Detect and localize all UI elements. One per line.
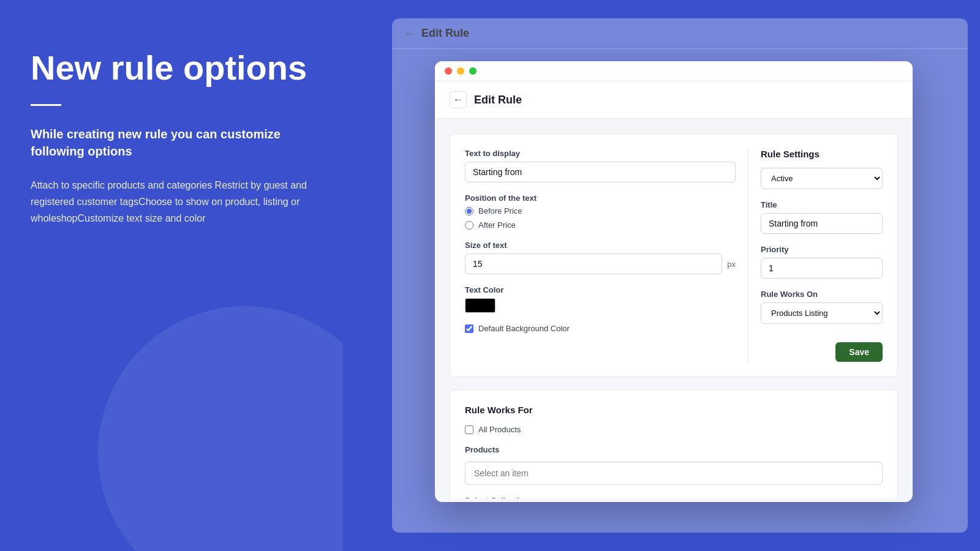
works-on-group: Rule Works On Products Listing All Pages… (761, 290, 883, 324)
body-text: Attach to specific products and categori… (31, 177, 312, 227)
works-on-label: Rule Works On (761, 290, 883, 299)
before-price-option[interactable]: Before Price (465, 206, 736, 216)
products-label: Products (465, 445, 883, 454)
bg-window-header: ← Edit Rule (392, 18, 968, 49)
bottom-section: Rule Works For All Products Products Sel… (450, 389, 898, 498)
after-price-option[interactable]: After Price (465, 220, 736, 230)
top-section: Text to display Position of the text Bef… (450, 133, 898, 377)
text-to-display-input[interactable] (465, 162, 736, 182)
position-label: Position of the text (465, 193, 736, 203)
rule-settings-title: Rule Settings (761, 149, 883, 159)
size-label: Size of text (465, 241, 736, 250)
collections-group: Select Collections Home page (465, 496, 883, 498)
title-group: Title (761, 200, 883, 234)
priority-input[interactable] (761, 258, 883, 279)
priority-label: Priority (761, 245, 883, 254)
position-radio-group: Before Price After Price (465, 206, 736, 230)
default-bg-label: Default Background Color (478, 324, 570, 333)
default-bg-checkbox[interactable] (465, 324, 473, 333)
titlebar (435, 61, 913, 81)
title-input[interactable] (761, 213, 883, 234)
color-group: Text Color (465, 285, 736, 313)
after-price-label: After Price (478, 220, 516, 230)
maximize-traffic-light[interactable] (469, 67, 477, 75)
status-select[interactable]: Active Inactive (761, 168, 883, 189)
default-bg-checkbox-item[interactable]: Default Background Color (465, 324, 736, 333)
hero-title: New rule options (31, 49, 312, 87)
priority-group: Priority (761, 245, 883, 279)
all-products-checkbox[interactable] (465, 425, 473, 434)
products-group: Products (465, 445, 883, 485)
all-products-group: All Products (465, 425, 883, 434)
text-to-display-label: Text to display (465, 149, 736, 158)
size-input[interactable] (465, 253, 722, 274)
title-label: Title (761, 200, 883, 209)
subtitle: While creating new rule you can customiz… (31, 126, 312, 160)
before-price-label: Before Price (478, 206, 522, 216)
left-col: Text to display Position of the text Bef… (465, 149, 736, 362)
divider (31, 104, 61, 106)
collections-label: Select Collections (465, 496, 883, 498)
position-group: Position of the text Before Price After … (465, 193, 736, 230)
minimize-traffic-light[interactable] (457, 67, 464, 75)
right-panel: ← Edit Rule ← Edit Rule Text (343, 0, 980, 551)
size-input-wrapper: px (465, 253, 736, 274)
bg-window-title: Edit Rule (421, 27, 469, 40)
text-to-display-group: Text to display (465, 149, 736, 182)
close-traffic-light[interactable] (445, 67, 452, 75)
after-price-radio[interactable] (465, 221, 473, 230)
status-group: Active Inactive (761, 168, 883, 189)
rule-works-for-title: Rule Works For (465, 405, 883, 415)
size-unit: px (727, 260, 736, 269)
bg-back-icon: ← (404, 28, 414, 39)
back-arrow-icon: ← (453, 94, 463, 105)
color-swatch[interactable] (465, 298, 496, 313)
color-label: Text Color (465, 285, 736, 294)
all-products-item[interactable]: All Products (465, 425, 883, 434)
left-panel: New rule options While creating new rule… (0, 0, 343, 551)
works-on-select[interactable]: Products Listing All Pages Product Page (761, 302, 883, 324)
window-body: Text to display Position of the text Bef… (435, 119, 913, 498)
all-products-label: All Products (478, 425, 521, 434)
rule-settings-col: Rule Settings Active Inactive Title Prio… (748, 149, 883, 362)
main-window: ← Edit Rule Text to display Position of … (435, 61, 913, 502)
save-button[interactable]: Save (835, 342, 883, 362)
back-button[interactable]: ← (450, 91, 467, 108)
page-title: Edit Rule (474, 94, 522, 107)
size-group: Size of text px (465, 241, 736, 274)
default-bg-group: Default Background Color (465, 324, 736, 333)
before-price-radio[interactable] (465, 207, 473, 216)
products-input[interactable] (465, 462, 883, 485)
window-header: ← Edit Rule (435, 81, 913, 119)
